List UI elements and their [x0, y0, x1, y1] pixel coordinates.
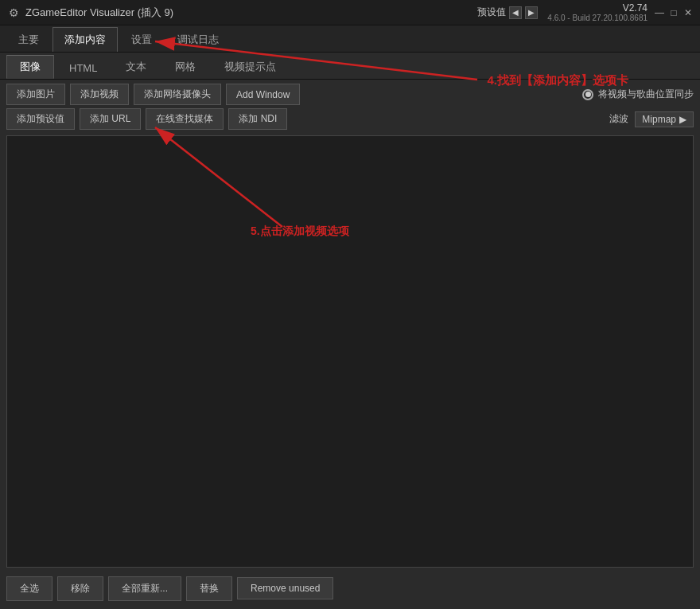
tab-add-content[interactable]: 添加内容 — [52, 27, 118, 52]
tab-settings[interactable]: 设置 — [119, 27, 164, 52]
version-build: 4.6.0 - Build 27.20.100.8681 — [547, 14, 648, 22]
tab-grid[interactable]: 网格 — [161, 55, 209, 79]
maximize-button[interactable]: □ — [668, 7, 679, 18]
filter-arrow-icon: ▶ — [679, 114, 686, 125]
prev-preset-button[interactable]: ◀ — [509, 6, 522, 19]
select-all-button[interactable]: 全选 — [6, 576, 52, 601]
gear-icon: ⚙ — [6, 6, 21, 20]
tab-text[interactable]: 文本 — [112, 55, 160, 79]
reload-all-button[interactable]: 全部重新... — [108, 576, 181, 601]
remove-button[interactable]: 移除 — [57, 576, 103, 601]
annotation-step5: 5.点击添加视频选项 — [251, 224, 349, 239]
filter-value: Mipmap — [642, 114, 676, 125]
sync-radio[interactable] — [582, 89, 593, 100]
app-title: ZGameEditor Visualizer (插入 9) — [25, 6, 477, 20]
add-url-button[interactable]: 添加 URL — [80, 108, 141, 130]
annotation-step4: 4.找到【添加内容】选项卡 — [487, 73, 628, 88]
next-preset-button[interactable]: ▶ — [525, 6, 538, 19]
tab-video-tips[interactable]: 视频提示点 — [211, 55, 290, 79]
bottom-bar: 全选 移除 全部重新... 替换 Remove unused — [6, 574, 694, 603]
close-button[interactable]: ✕ — [682, 7, 694, 18]
sync-option: 将视频与歌曲位置同步 — [582, 88, 694, 101]
filter-label: 滤波 — [609, 112, 628, 126]
version-main: V2.74 — [623, 2, 648, 14]
tab-image[interactable]: 图像 — [6, 55, 54, 79]
add-image-button[interactable]: 添加图片 — [6, 84, 65, 105]
add-ndi-button[interactable]: 添加 NDI — [228, 108, 287, 130]
minimize-button[interactable]: — — [654, 7, 665, 18]
sync-label: 将视频与歌曲位置同步 — [598, 88, 694, 101]
tab-debug-log[interactable]: 调试日志 — [165, 27, 231, 52]
main-nav: 主要 添加内容 设置 调试日志 — [0, 25, 700, 53]
remove-unused-button[interactable]: Remove unused — [237, 577, 333, 599]
content-area — [6, 135, 694, 568]
tab-main[interactable]: 主要 — [6, 27, 51, 52]
preset-label: 预设值 — [477, 6, 506, 19]
preset-controls: 预设值 ◀ ▶ — [477, 6, 538, 19]
window-controls: — □ ✕ — [654, 7, 694, 18]
version-info: V2.74 4.6.0 - Build 27.20.100.8681 — [547, 2, 648, 22]
find-media-button[interactable]: 在线查找媒体 — [146, 108, 224, 130]
replace-button[interactable]: 替换 — [186, 576, 232, 601]
add-webcam-button[interactable]: 添加网络摄像头 — [134, 84, 221, 105]
filter-dropdown[interactable]: Mipmap ▶ — [635, 111, 694, 127]
tab-html[interactable]: HTML — [56, 57, 111, 79]
add-window-button[interactable]: Add Window — [226, 84, 300, 105]
add-preset-button[interactable]: 添加预设值 — [6, 108, 75, 130]
add-video-button[interactable]: 添加视频 — [70, 84, 129, 105]
title-bar: ⚙ ZGameEditor Visualizer (插入 9) 预设值 ◀ ▶ … — [0, 0, 700, 25]
filter-row: 滤波 Mipmap ▶ — [609, 111, 694, 127]
toolbar-row2: 添加预设值 添加 URL 在线查找媒体 添加 NDI 滤波 Mipmap ▶ — [0, 107, 700, 134]
